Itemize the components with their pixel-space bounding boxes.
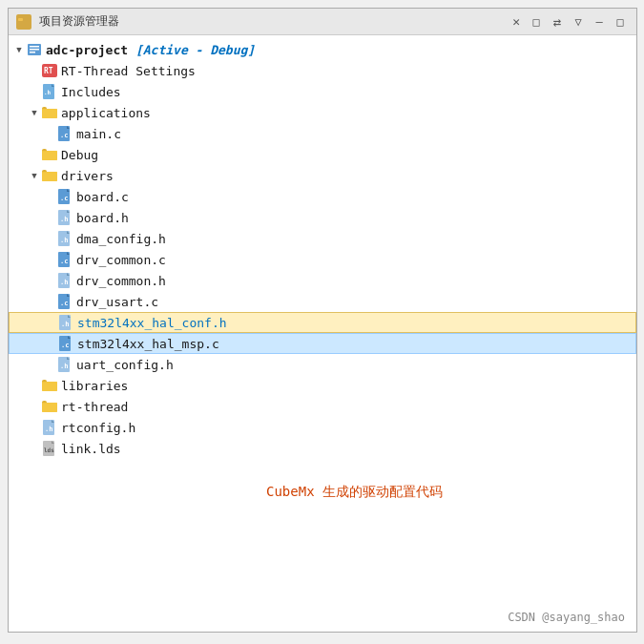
label-rt-thread: rt-thread xyxy=(61,400,128,414)
label-dma-config-h: dma_config.h xyxy=(76,232,166,246)
tree-item-stm32l4xx-hal-conf-h[interactable]: .hstm32l4xx_hal_conf.h xyxy=(9,312,636,333)
minimize-icon[interactable]: — xyxy=(591,14,608,30)
tree-item-stm32l4xx-hal-msp-c[interactable]: .cstm32l4xx_hal_msp.c xyxy=(9,333,636,354)
folder-icon xyxy=(41,378,58,393)
tree-item-uart-config-h[interactable]: .huart_config.h xyxy=(9,354,636,375)
svg-rect-25 xyxy=(42,172,57,181)
tree-item-board-c[interactable]: .cboard.c xyxy=(9,186,636,207)
tree-item-rtconfig-h[interactable]: .hrtconfig.h xyxy=(9,417,636,438)
tree-item-link-lds[interactable]: ldslink.lds xyxy=(9,438,636,459)
svg-rect-4 xyxy=(30,49,39,51)
panel-title: 项目资源管理器 xyxy=(39,13,505,30)
tree-item-debug[interactable]: Debug xyxy=(9,144,636,165)
tree-item-rt-settings[interactable]: RTRT-Thread Settings xyxy=(9,60,636,81)
tree-item-includes[interactable]: .hIncludes xyxy=(9,81,636,102)
svg-text:.c: .c xyxy=(60,300,68,307)
expand-arrow[interactable] xyxy=(28,106,41,119)
folder-icon xyxy=(41,105,58,120)
maximize-icon[interactable]: □ xyxy=(612,14,629,30)
panel-header-icons: □ ⇄ ▽ — □ xyxy=(528,14,629,30)
svg-rect-1 xyxy=(18,18,23,21)
tree-item-board-h[interactable]: .hboard.h xyxy=(9,207,636,228)
label-drv-common-c: drv_common.c xyxy=(76,253,166,267)
svg-text:.h: .h xyxy=(60,216,68,223)
svg-text:.h: .h xyxy=(60,237,68,244)
svg-rect-5 xyxy=(30,52,35,53)
tree-item-rt-thread[interactable]: rt-thread xyxy=(9,396,636,417)
h-file-icon: .h xyxy=(56,210,73,225)
root-label: adc-project [Active - Debug] xyxy=(46,43,255,57)
tab-close-icon[interactable]: ✕ xyxy=(512,14,520,29)
label-drv-common-h: drv_common.h xyxy=(76,274,166,288)
svg-text:.c: .c xyxy=(60,132,68,139)
folder-icon xyxy=(41,399,58,414)
label-debug: Debug xyxy=(61,148,98,162)
tree-item-main-c[interactable]: .cmain.c xyxy=(9,123,636,144)
tree-item-drv-common-h[interactable]: .hdrv_common.h xyxy=(9,270,636,291)
tree-item-root[interactable]: adc-project [Active - Debug] xyxy=(9,39,636,60)
panel-body-wrapper: adc-project [Active - Debug]RTRT-Thread … xyxy=(9,35,636,632)
svg-rect-3 xyxy=(30,46,39,48)
h-file-icon: .h xyxy=(56,357,73,372)
folder-icon xyxy=(41,147,58,162)
svg-text:lds: lds xyxy=(44,447,54,453)
panel-body: adc-project [Active - Debug]RTRT-Thread … xyxy=(9,35,636,463)
label-rt-settings: RT-Thread Settings xyxy=(61,64,196,78)
svg-text:.c: .c xyxy=(60,258,68,265)
sync-icon[interactable]: ⇄ xyxy=(549,14,566,30)
expand-arrow[interactable] xyxy=(28,169,41,182)
label-applications: applications xyxy=(61,106,151,120)
tree-item-drv-common-c[interactable]: .cdrv_common.c xyxy=(9,249,636,270)
label-uart-config-h: uart_config.h xyxy=(76,358,174,372)
svg-text:.h: .h xyxy=(60,279,68,286)
svg-rect-60 xyxy=(42,403,57,412)
label-libraries: libraries xyxy=(61,379,128,393)
watermark: CSDN @sayang_shao xyxy=(508,611,625,624)
panel-title-icon xyxy=(16,14,31,30)
panel-header: 项目资源管理器 ✕ □ ⇄ ▽ — □ xyxy=(9,9,636,35)
c-file-icon: .c xyxy=(56,294,73,309)
project-explorer-panel: 项目资源管理器 ✕ □ ⇄ ▽ — □ adc-project [Active … xyxy=(8,8,637,633)
tree-item-drv-usart-c[interactable]: .cdrv_usart.c xyxy=(9,291,636,312)
annotation-text: CubeMx 生成的驱动配置代码 xyxy=(266,484,443,501)
c-file-icon: .c xyxy=(56,126,73,141)
tree-item-libraries[interactable]: libraries xyxy=(9,375,636,396)
label-rtconfig-h: rtconfig.h xyxy=(61,421,135,435)
h-file-icon: .h xyxy=(56,231,73,246)
tree-item-dma-config-h[interactable]: .hdma_config.h xyxy=(9,228,636,249)
svg-text:.h: .h xyxy=(44,89,52,95)
c-file-icon: .c xyxy=(57,336,74,351)
c-file-icon: .c xyxy=(56,189,73,204)
label-link-lds: link.lds xyxy=(61,442,121,456)
rt-settings-icon: RT xyxy=(41,63,58,78)
label-includes: Includes xyxy=(61,85,121,99)
svg-text:.c: .c xyxy=(61,342,69,349)
label-board-h: board.h xyxy=(76,211,129,225)
tree-item-drivers[interactable]: drivers xyxy=(9,165,636,186)
svg-rect-14 xyxy=(42,109,57,118)
h-file-icon: .h xyxy=(56,273,73,288)
lds-file-icon: lds xyxy=(41,441,58,456)
project-icon xyxy=(26,42,43,57)
label-board-c: board.c xyxy=(76,190,129,204)
tree-item-applications[interactable]: applications xyxy=(9,102,636,123)
svg-text:RT: RT xyxy=(44,67,53,75)
label-main-c: main.c xyxy=(76,127,121,141)
label-stm32l4xx-hal-msp-c: stm32l4xx_hal_msp.c xyxy=(77,337,219,351)
h-file-icon: .h xyxy=(57,315,74,330)
includes-icon: .h xyxy=(41,84,58,99)
svg-text:.h: .h xyxy=(45,426,52,433)
c-file-icon: .c xyxy=(56,252,73,267)
svg-text:.c: .c xyxy=(60,195,68,202)
svg-text:.h: .h xyxy=(61,321,69,328)
label-drivers: drivers xyxy=(61,169,114,183)
dropdown-icon[interactable]: ▽ xyxy=(570,14,587,30)
label-drv-usart-c: drv_usart.c xyxy=(76,295,158,309)
minimize-panel-icon[interactable]: □ xyxy=(528,14,545,30)
svg-text:.h: .h xyxy=(60,363,68,370)
svg-rect-56 xyxy=(42,382,57,391)
folder-icon xyxy=(41,168,58,183)
h-file-icon: .h xyxy=(41,420,58,435)
expand-arrow[interactable] xyxy=(12,43,26,56)
label-stm32l4xx-hal-conf-h: stm32l4xx_hal_conf.h xyxy=(77,316,227,330)
